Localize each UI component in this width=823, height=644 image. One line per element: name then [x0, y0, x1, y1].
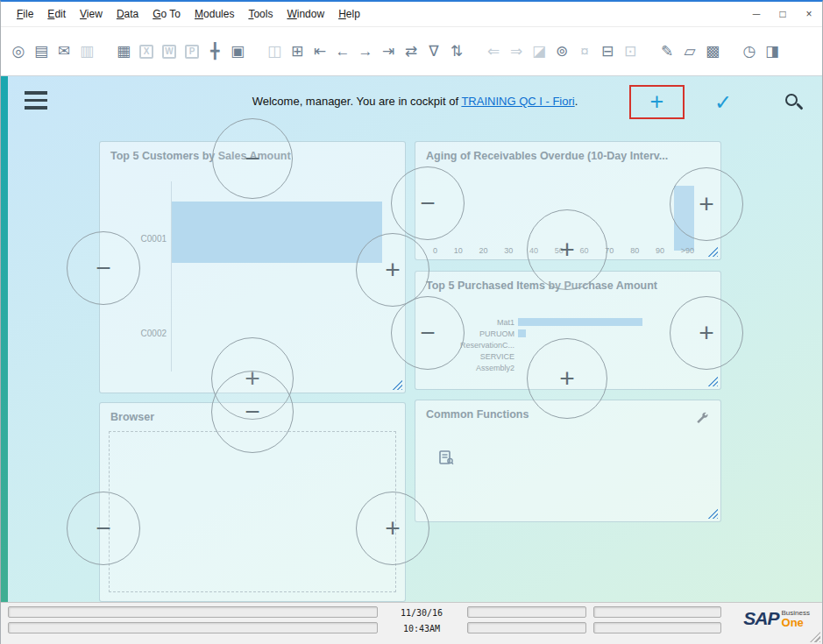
- window-resize-grip[interactable]: [810, 632, 820, 642]
- apply-icon[interactable]: ✓: [714, 90, 732, 115]
- cockpit: Top 5 Customers by Sales Amount C0001 C0…: [8, 76, 822, 602]
- lock-screen-icon[interactable]: ▣: [227, 41, 248, 62]
- close-button[interactable]: ×: [803, 8, 815, 20]
- search-icon[interactable]: [784, 93, 805, 114]
- widget-resize-circle-minus[interactable]: −: [67, 231, 140, 305]
- pan-icon[interactable]: ╋: [204, 41, 225, 62]
- find-icon[interactable]: ◎: [8, 41, 29, 62]
- widget-resize-handle[interactable]: [707, 508, 718, 519]
- payment-wizard-icon[interactable]: ◫: [264, 41, 285, 62]
- first-record-icon[interactable]: ⇤: [309, 41, 330, 62]
- widget-resize-circle-plus[interactable]: +: [527, 338, 607, 419]
- status-bar: 11/30/16 10:43AM SAP Business One: [1, 602, 822, 644]
- toolbar: ◎ ▤ ✉ ▥ ▦ X W P ╋ ▣ ◫ ⊞ ⇤ ← → ⇥ ⇄ ∇ ⇅ ⇐ …: [1, 26, 822, 76]
- print-preview-icon[interactable]: ▦: [113, 41, 134, 62]
- widget-resize-circle-plus[interactable]: +: [356, 233, 429, 307]
- chart-category-label: Assembly2: [434, 364, 514, 372]
- menu-goto[interactable]: Go To: [145, 4, 188, 24]
- widget-resize-circle-plus[interactable]: +: [356, 492, 429, 565]
- minimize-button[interactable]: ─: [750, 8, 763, 20]
- menu-modules[interactable]: Modules: [188, 4, 241, 24]
- menu-edit[interactable]: Edit: [40, 4, 73, 24]
- user-defined-values-icon[interactable]: ✎: [656, 41, 678, 62]
- split-screen-icon[interactable]: ⊟: [597, 41, 618, 62]
- status-message-field: [8, 622, 378, 633]
- welcome-message: Welcome, manager. You are in cockpit of …: [8, 95, 822, 108]
- export-word-icon[interactable]: W: [162, 45, 176, 59]
- maximize-button[interactable]: □: [777, 8, 789, 20]
- linked-documents-icon[interactable]: ⊚: [551, 41, 572, 62]
- next-document-icon[interactable]: ⇒: [506, 41, 527, 62]
- chart-bar: [518, 318, 642, 326]
- add-record-icon[interactable]: ⊞: [287, 41, 308, 62]
- filter-icon[interactable]: ∇: [423, 41, 444, 62]
- export-pdf-icon[interactable]: P: [185, 45, 199, 59]
- form-shortcut-icon[interactable]: [438, 449, 454, 465]
- add-widget-icon[interactable]: +: [650, 88, 664, 116]
- menu-help[interactable]: Help: [331, 4, 367, 24]
- sort-icon[interactable]: ⇅: [446, 41, 467, 62]
- widget-resize-circle-minus[interactable]: −: [391, 296, 465, 370]
- print-icon[interactable]: ▤: [31, 41, 52, 62]
- widget-resize-circle-minus[interactable]: −: [67, 492, 140, 565]
- time-icon[interactable]: ◷: [739, 41, 760, 62]
- export-excel-icon[interactable]: X: [139, 45, 153, 59]
- menu-bar: File Edit View Data Go To Modules Tools …: [1, 2, 822, 26]
- chart-bar: [172, 202, 382, 263]
- widget-resize-circle-plus[interactable]: +: [527, 209, 607, 290]
- document-trail-icon[interactable]: ◪: [529, 41, 550, 62]
- query-icon[interactable]: ⊡: [620, 41, 641, 62]
- menu-window[interactable]: Window: [280, 4, 331, 24]
- menu-view[interactable]: View: [73, 4, 110, 24]
- payment-means-icon[interactable]: ¤: [574, 41, 595, 62]
- fax-icon[interactable]: ▥: [76, 41, 97, 62]
- widget-resize-handle[interactable]: [707, 246, 718, 257]
- widget-resize-circle-plus[interactable]: +: [670, 167, 743, 241]
- status-info-field: [467, 606, 586, 618]
- window-controls: ─ □ ×: [750, 2, 815, 26]
- status-info-field: [593, 622, 721, 633]
- status-info-field: [467, 622, 586, 633]
- workflow-icon[interactable]: ◨: [762, 41, 783, 62]
- email-icon[interactable]: ✉: [53, 41, 74, 62]
- status-info-field: [593, 606, 721, 618]
- widget-resize-circle-plus[interactable]: +: [670, 296, 743, 370]
- menu-tools[interactable]: Tools: [241, 4, 280, 24]
- status-time: 10:43AM: [383, 624, 460, 633]
- highlight-red-box: +: [629, 85, 685, 119]
- main-area: Top 5 Customers by Sales Amount C0001 C0…: [1, 76, 822, 602]
- previous-record-icon[interactable]: ←: [332, 41, 353, 62]
- menu-file[interactable]: File: [10, 4, 40, 24]
- status-message-field: [8, 606, 378, 618]
- chart-category-label: C0002: [123, 329, 167, 338]
- cockpit-link[interactable]: TRAINING QC I - Fiori: [461, 95, 574, 108]
- wrench-icon[interactable]: [695, 411, 708, 424]
- widget-resize-handle[interactable]: [707, 376, 718, 386]
- widget-title: Aging of Receivables Overdue (10-Day Int…: [415, 142, 720, 162]
- left-edge-strip: [1, 76, 8, 602]
- form-settings-icon[interactable]: ▩: [702, 41, 723, 62]
- last-record-icon[interactable]: ⇥: [378, 41, 399, 62]
- menu-data[interactable]: Data: [110, 4, 145, 24]
- widget-resize-circle-minus[interactable]: −: [212, 118, 293, 199]
- next-record-icon[interactable]: →: [355, 41, 376, 62]
- edit-document-icon[interactable]: ▱: [679, 41, 700, 62]
- chart-bar: [518, 329, 526, 337]
- app-window: File Edit View Data Go To Modules Tools …: [0, 0, 823, 644]
- widget-resize-circle-minus[interactable]: −: [211, 371, 294, 453]
- browser-placeholder-area: [109, 431, 396, 592]
- widget-resize-circle-minus[interactable]: −: [391, 166, 465, 240]
- sap-business-one-logo: SAP Business One: [743, 608, 810, 629]
- previous-document-icon[interactable]: ⇐: [483, 41, 504, 62]
- refresh-record-icon[interactable]: ⇄: [401, 41, 422, 62]
- widget-resize-handle[interactable]: [392, 379, 402, 390]
- status-date: 11/30/16: [383, 608, 460, 618]
